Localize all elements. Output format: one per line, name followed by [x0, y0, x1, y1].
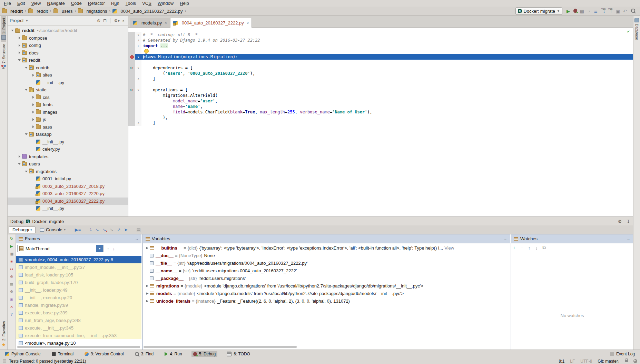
tree-row[interactable]: users: [8, 160, 128, 168]
step-out-icon[interactable]: ↗: [117, 227, 121, 232]
menu-refactor[interactable]: Refactor: [85, 1, 108, 6]
code-line[interactable]: [128, 82, 633, 87]
fold-marker[interactable]: ∧: [135, 120, 141, 126]
tree-row[interactable]: sass: [8, 123, 128, 131]
variable-row[interactable]: ▶migrations={module}<module 'django.db.m…: [143, 282, 510, 290]
code-line[interactable]: ∧# Generated by Django 1.9.4 on 2016-03-…: [128, 38, 633, 43]
menu-edit[interactable]: Edit: [14, 1, 28, 6]
step-into-icon[interactable]: ↘: [95, 227, 99, 232]
settings-icon[interactable]: ⚙▾: [114, 18, 120, 23]
view-link[interactable]: View: [444, 245, 454, 251]
tree-row[interactable]: fonts: [8, 101, 128, 109]
breadcrumb-item[interactable]: reddit: [28, 9, 48, 14]
variable-row[interactable]: ▶__builtins__={dict}{'bytearray': <type …: [143, 244, 510, 252]
view-breakpoints-icon[interactable]: ●●: [10, 267, 13, 271]
code-line[interactable]: [128, 60, 633, 65]
dock-icon[interactable]: →: [503, 237, 507, 241]
help-icon[interactable]: ?: [10, 312, 12, 317]
collapse-arrow-icon[interactable]: [23, 89, 29, 91]
menu-help[interactable]: Help: [177, 1, 192, 6]
mute-breakpoints-icon[interactable]: ⊘: [10, 274, 13, 279]
expand-arrow-icon[interactable]: ▶: [145, 292, 150, 295]
code-editor[interactable]: ∨# -*- coding: utf-8 -*-∧# Generated by …: [128, 28, 633, 216]
git-branch-indicator[interactable]: Git: master↕: [598, 359, 620, 364]
vcs-update-icon[interactable]: ↓VCS: [601, 8, 608, 15]
readonly-lock-icon[interactable]: [625, 360, 628, 362]
next-frame-icon[interactable]: ↓: [113, 246, 115, 251]
tree-row[interactable]: images: [8, 109, 128, 116]
toolwindow-button-debug[interactable]: 5: Debug: [191, 351, 218, 357]
copy-icon[interactable]: ⧉: [542, 245, 546, 251]
coverage-icon[interactable]: ▩: [579, 8, 585, 15]
run-to-cursor-icon[interactable]: ➤: [124, 227, 128, 232]
variable-row[interactable]: __file__={str}'/app/reddit/users/migrati…: [143, 259, 510, 267]
variable-row[interactable]: __name__={str}'reddit.users.migrations.0…: [143, 267, 510, 274]
tree-row[interactable]: celery.py: [8, 145, 128, 153]
collapse-arrow-icon[interactable]: [17, 163, 22, 165]
expand-arrow-icon[interactable]: ▶: [145, 299, 150, 303]
code-line[interactable]: o↑∨ dependencies = [: [128, 65, 633, 71]
hide-icon[interactable]: ↧: [627, 219, 630, 224]
expand-arrow-icon[interactable]: [30, 125, 36, 128]
variable-row[interactable]: __doc__={NoneType}None: [143, 252, 510, 259]
frame-row[interactable]: load_disk, loader.py:105: [16, 271, 141, 279]
restore-layout-icon[interactable]: ▦: [10, 282, 13, 286]
locate-icon[interactable]: ⊕: [97, 18, 100, 23]
frame-row[interactable]: execute_from_command_line, __init__.py:3…: [16, 332, 141, 339]
profiler-icon[interactable]: ◔: [585, 8, 592, 15]
close-icon[interactable]: ✕: [10, 305, 13, 309]
menu-window[interactable]: Window: [155, 1, 177, 6]
tree-row[interactable]: reddit: [8, 57, 128, 64]
code-line[interactable]: name='name',: [128, 104, 633, 109]
intention-bulb-icon[interactable]: [144, 49, 149, 53]
tree-row[interactable]: __init__.py: [8, 79, 128, 87]
variable-row[interactable]: ▶unicode_literals={instance}_Feature: _F…: [143, 297, 510, 305]
expand-arrow-icon[interactable]: [17, 51, 22, 54]
tree-row[interactable]: 0001_initial.py: [8, 175, 128, 183]
vcs-commit-icon[interactable]: ↑VCS: [608, 8, 614, 15]
force-step-into-icon[interactable]: ↘: [110, 227, 114, 232]
stripe-item-database[interactable]: Database: [634, 16, 639, 42]
menu-vcs[interactable]: VCS: [139, 1, 155, 6]
show-execution-point-icon[interactable]: ▶≡: [75, 227, 81, 232]
expand-arrow-icon[interactable]: [17, 37, 22, 39]
frame-row[interactable]: run_from_argv, base.py:348: [16, 316, 141, 324]
code-line[interactable]: [128, 49, 633, 54]
tree-row[interactable]: 0002_auto_20160327_2018.py: [8, 183, 128, 190]
resume-icon[interactable]: ▶: [10, 244, 13, 249]
hide-icon[interactable]: ⇤: [122, 18, 126, 23]
code-line[interactable]: ∨# -*- coding: utf-8 -*-: [128, 32, 633, 38]
tree-row[interactable]: 0003_auto_20160327_2220.py: [8, 190, 128, 198]
debug-icon[interactable]: [572, 7, 579, 14]
tree-row[interactable]: taskapp: [8, 131, 128, 138]
expand-arrow-icon[interactable]: [17, 44, 22, 47]
collapse-arrow-icon[interactable]: [23, 171, 29, 172]
tree-row[interactable]: reddit ~/cookiecutter/reddit: [8, 27, 128, 34]
changes-icon[interactable]: ▣: [614, 8, 621, 15]
override-marker-icon[interactable]: o↑: [130, 87, 134, 93]
toolwindow-button-todo[interactable]: 6: TODO: [225, 351, 252, 357]
expand-arrow-icon[interactable]: [30, 74, 36, 77]
tree-row[interactable]: compose: [8, 34, 128, 42]
expand-arrow-icon[interactable]: ▶: [145, 246, 150, 250]
run-task-icon[interactable]: ≣: [592, 8, 599, 15]
collapse-arrow-icon[interactable]: [17, 59, 22, 61]
line-ending-indicator[interactable]: LF: [570, 359, 575, 364]
remove-watch-icon[interactable]: −: [520, 245, 523, 251]
caret-position[interactable]: 8:1: [559, 359, 565, 364]
tree-row[interactable]: __init__.py: [8, 205, 128, 212]
frame-row[interactable]: execute, __init__.py:345: [16, 324, 141, 332]
previous-frame-icon[interactable]: ↑: [107, 246, 109, 251]
breakpoint-icon[interactable]: [130, 55, 134, 59]
variable-row[interactable]: ▶models={module}<module 'django.db.model…: [143, 290, 510, 297]
variables-hscrollbar[interactable]: [144, 346, 297, 348]
add-watch-icon[interactable]: +: [513, 245, 515, 251]
search-icon[interactable]: [630, 7, 637, 14]
settings-icon[interactable]: ⚙: [10, 290, 13, 294]
evaluate-expression-icon[interactable]: ▤: [136, 227, 140, 232]
toolwindow-button-event-log[interactable]: Event Log: [608, 351, 637, 357]
variable-row[interactable]: __package__={str}'reddit.users.migration…: [143, 274, 510, 282]
code-line[interactable]: +import ...: [128, 43, 633, 49]
frame-row[interactable]: import_module, __init__.py:37: [16, 263, 141, 271]
expand-arrow-icon[interactable]: [30, 118, 36, 121]
